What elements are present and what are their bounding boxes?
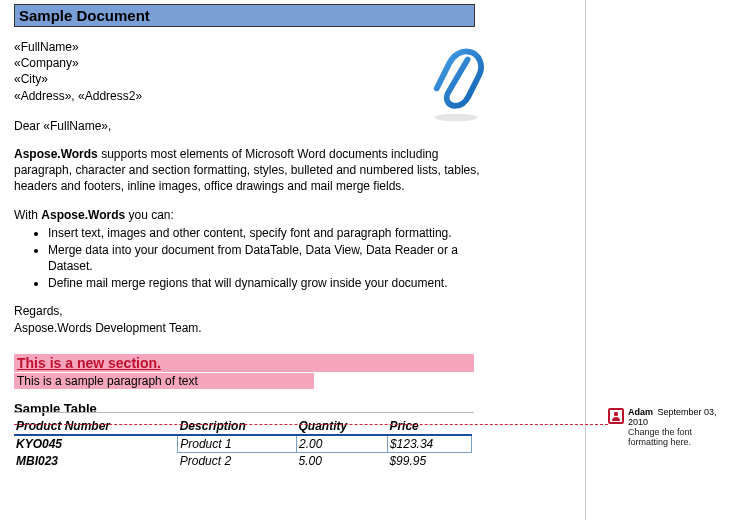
list-intro-suffix: you can:: [125, 208, 174, 222]
regards-line2: Aspose.Words Development Team.: [14, 320, 575, 336]
table-row: KYO045 Product 1 2.00 $123.34: [14, 435, 472, 453]
col-product-number: Product Number: [14, 418, 178, 435]
sample-table: Product Number Description Quantity Pric…: [14, 418, 472, 469]
section-paragraph: This is a sample paragraph of text: [14, 373, 314, 389]
comment-text: Change the font formatting here.: [628, 428, 728, 448]
body-strong: Aspose.Words: [14, 147, 98, 161]
section-heading: This is a new section.: [14, 354, 474, 372]
divider: [14, 412, 474, 413]
list-item: Define mail merge regions that will dyna…: [48, 275, 484, 291]
field-address: «Address», «Address2»: [14, 88, 575, 104]
comment-author: Adam: [628, 407, 653, 417]
cell-price: $123.34: [387, 435, 471, 453]
list-item: Insert text, images and other content, s…: [48, 225, 484, 241]
greeting-prefix: Dear: [14, 119, 43, 133]
field-city: «City»: [14, 71, 575, 87]
cell-price: $99.95: [387, 452, 471, 469]
signature-block: Regards, Aspose.Words Development Team.: [14, 303, 575, 335]
table-row: MBI023 Product 2 5.00 $99.95: [14, 452, 472, 469]
cell-description: Product 2: [178, 452, 297, 469]
greeting-suffix: ,: [108, 119, 111, 133]
col-price: Price: [387, 418, 471, 435]
person-icon: [608, 408, 624, 424]
list-intro-bold: Aspose.Words: [41, 208, 125, 222]
comment-meta: Adam September 03, 2010 Change the font …: [628, 408, 728, 448]
svg-point-1: [614, 412, 618, 416]
regards-line1: Regards,: [14, 303, 575, 319]
cell-quantity: 5.00: [296, 452, 387, 469]
comment-connector-line: [14, 424, 608, 425]
feature-list: Insert text, images and other content, s…: [14, 225, 484, 292]
field-company: «Company»: [14, 55, 575, 71]
table-header-row: Product Number Description Quantity Pric…: [14, 418, 472, 435]
address-block: «FullName» «Company» «City» «Address», «…: [14, 39, 575, 104]
list-intro-prefix: With: [14, 208, 41, 222]
title-bar: Sample Document: [14, 4, 475, 27]
list-item: Merge data into your document from DataT…: [48, 242, 484, 274]
cell-product-number: MBI023: [14, 452, 178, 469]
col-description: Description: [178, 418, 297, 435]
paperclip-icon: [427, 46, 485, 126]
document-page: Sample Document «FullName» «Company» «Ci…: [0, 0, 586, 520]
cell-product-number: KYO045: [14, 435, 178, 453]
document-title: Sample Document: [19, 7, 150, 24]
table-title: Sample Table: [14, 401, 575, 416]
cell-quantity: 2.00: [296, 435, 387, 453]
greeting-line: Dear «FullName»,: [14, 118, 575, 134]
list-intro: With Aspose.Words you can:: [14, 207, 575, 223]
svg-point-0: [435, 114, 478, 122]
col-quantity: Quantity: [296, 418, 387, 435]
field-fullname: «FullName»: [14, 39, 575, 55]
comment-balloon[interactable]: Adam September 03, 2010 Change the font …: [608, 408, 728, 448]
greeting-field: «FullName»: [43, 119, 108, 133]
body-paragraph: Aspose.Words supports most elements of M…: [14, 146, 484, 195]
cell-description: Product 1: [178, 435, 297, 453]
